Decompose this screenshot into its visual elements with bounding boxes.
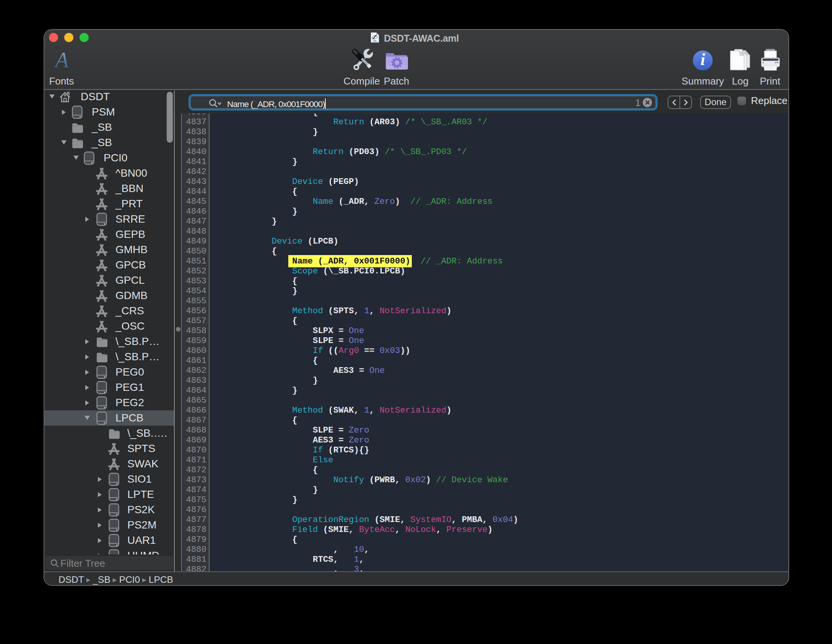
- svg-text:AML: AML: [373, 40, 378, 42]
